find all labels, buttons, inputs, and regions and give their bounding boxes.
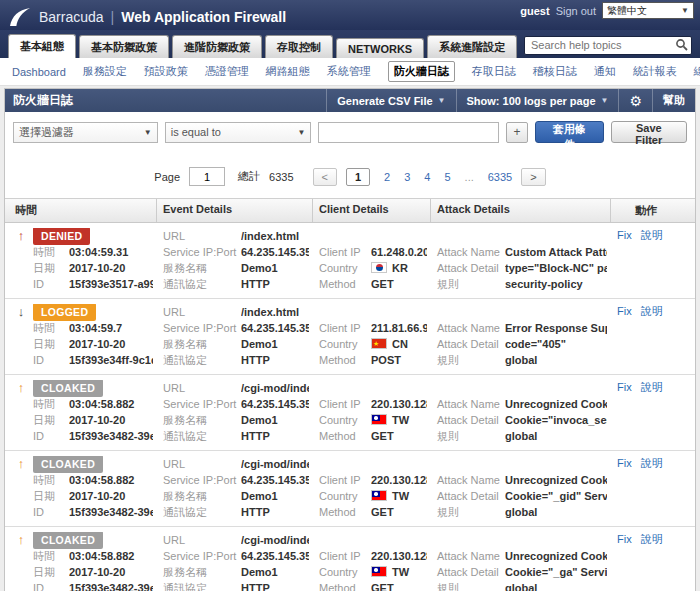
date-label: 日期 xyxy=(33,336,69,352)
id-label: ID xyxy=(33,276,69,292)
help-button[interactable]: 幫助 xyxy=(652,89,695,112)
rule-value: security-policy xyxy=(505,276,607,292)
filter-operator-value: is equal to xyxy=(171,126,221,138)
subnav-item[interactable]: 預設政策 xyxy=(144,64,188,79)
rule-label: 規則 xyxy=(437,504,505,520)
username: guest xyxy=(520,5,549,17)
nav-tab[interactable]: 基本組態 xyxy=(8,34,76,58)
url-label: URL xyxy=(163,304,241,320)
client-ip-label: Client IP xyxy=(319,244,371,260)
apply-filter-button[interactable]: 套用條件 xyxy=(535,121,604,143)
tab-list: 基本組態基本防禦政策進階防禦政策存取控制NETWORKS系統進階設定 xyxy=(8,34,520,58)
attack-name-value: Unrecognized Cookie xyxy=(505,396,607,412)
col-header-client: Client Details xyxy=(313,199,431,222)
subnav-item[interactable]: 通知 xyxy=(594,64,616,79)
subnav-item[interactable]: 存取日誌 xyxy=(472,64,516,79)
fix-link[interactable]: Fix xyxy=(617,533,632,545)
method-label: Method xyxy=(319,504,371,520)
language-select[interactable]: 繁體中文 ▼ xyxy=(602,2,694,19)
help-search-input[interactable] xyxy=(524,36,692,55)
client-ip-value: 220.130.128.110 xyxy=(371,396,427,412)
explain-link[interactable]: 說明 xyxy=(641,457,663,469)
explain-link[interactable]: 說明 xyxy=(641,305,663,317)
page-link[interactable]: 2 xyxy=(384,171,390,183)
service-name-label: 服務名稱 xyxy=(163,260,241,276)
subnav-item[interactable]: 網路組態 xyxy=(266,64,310,79)
protocol-value: HTTP xyxy=(241,352,309,368)
generate-csv-button[interactable]: Generate CSV File ▼ xyxy=(326,89,455,112)
filter-operator-select[interactable]: is equal to ▼ xyxy=(165,122,312,143)
sign-out-link[interactable]: Sign out xyxy=(556,5,596,17)
client-ip-label: Client IP xyxy=(319,472,371,488)
page-current[interactable]: 1 xyxy=(346,168,370,186)
fix-link[interactable]: Fix xyxy=(617,381,632,393)
subnav-item[interactable]: 服務設定 xyxy=(83,64,127,79)
action-badge: CLOAKED xyxy=(33,532,103,549)
generate-csv-label: Generate CSV File xyxy=(337,95,432,107)
nav-tab[interactable]: 進階防禦政策 xyxy=(172,35,262,58)
log-row: ↑ DENIED 時間03:04:59.31 日期2017-10-20 ID15… xyxy=(5,223,695,299)
page-link[interactable]: 3 xyxy=(404,171,410,183)
subnav-item[interactable]: 線上幫助查尋 xyxy=(694,64,700,79)
service-value: 64.235.145.35:80 xyxy=(241,244,309,260)
severity-arrow-icon: ↓ xyxy=(15,304,27,320)
subnav-item[interactable]: 統計報表 xyxy=(633,64,677,79)
protocol-label: 通訊協定 xyxy=(163,276,241,292)
next-page-button[interactable]: > xyxy=(521,168,545,186)
subnav-item[interactable]: 憑證管理 xyxy=(205,64,249,79)
filter-field-select[interactable]: 選擇過濾器 ▼ xyxy=(13,122,158,143)
explain-link[interactable]: 說明 xyxy=(641,381,663,393)
time-label: 時間 xyxy=(33,244,69,260)
subnav-item[interactable]: 系統管理 xyxy=(327,64,371,79)
page-link[interactable]: 6335 xyxy=(488,171,512,183)
url-value: /cgi-mod/index.cgi xyxy=(241,380,309,396)
nav-tab[interactable]: 系統進階設定 xyxy=(427,35,517,58)
nav-tab[interactable]: 存取控制 xyxy=(265,35,333,58)
time-label: 時間 xyxy=(33,472,69,488)
add-filter-button[interactable]: + xyxy=(506,122,528,143)
protocol-value: HTTP xyxy=(241,580,309,591)
prev-page-button[interactable]: < xyxy=(313,168,337,186)
nav-tab[interactable]: NETWORKS xyxy=(336,38,424,58)
fix-link[interactable]: Fix xyxy=(617,457,632,469)
total-count: 6335 xyxy=(269,171,293,183)
service-name-label: 服務名稱 xyxy=(163,564,241,580)
fix-link[interactable]: Fix xyxy=(617,229,632,241)
logs-per-page-select[interactable]: Show: 100 logs per page ▼ xyxy=(456,89,619,112)
filter-value-input[interactable] xyxy=(318,122,499,143)
service-label: Service IP:Port xyxy=(163,244,241,260)
page-link[interactable]: 4 xyxy=(424,171,430,183)
url-value: /cgi-mod/index.cgi xyxy=(241,456,309,472)
nav-tab[interactable]: 基本防禦政策 xyxy=(79,35,169,58)
time-label: 時間 xyxy=(33,396,69,412)
client-ip-label: Client IP xyxy=(319,320,371,336)
protocol-value: HTTP xyxy=(241,276,309,292)
service-value: 64.235.145.35:80 xyxy=(241,396,309,412)
id-value: 15f393e3482-39e51639 xyxy=(69,580,153,591)
search-icon[interactable] xyxy=(675,38,688,51)
fix-link[interactable]: Fix xyxy=(617,305,632,317)
explain-link[interactable]: 說明 xyxy=(641,229,663,241)
subnav-item[interactable]: 防火牆日誌 xyxy=(388,61,455,82)
severity-arrow-icon: ↑ xyxy=(15,380,27,396)
explain-link[interactable]: 說明 xyxy=(641,533,663,545)
service-name-label: 服務名稱 xyxy=(163,412,241,428)
time-label: 時間 xyxy=(33,548,69,564)
log-table-header: 時間 Event Details Client Details Attack D… xyxy=(5,198,695,223)
save-filter-button[interactable]: Save Filter xyxy=(611,121,687,143)
subnav-item[interactable]: 稽核日誌 xyxy=(533,64,577,79)
gear-icon: ⚙ xyxy=(629,93,642,109)
page-title-bar: 防火牆日誌 Generate CSV File ▼ Show: 100 logs… xyxy=(5,89,695,112)
date-label: 日期 xyxy=(33,412,69,428)
attack-detail-value: Cookie="_ga" Service-created xyxy=(505,564,607,580)
pagination: Page 總計 6335 < 12345...6335 > xyxy=(5,153,695,198)
subnav-item[interactable]: Dashboard xyxy=(12,66,66,78)
date-label: 日期 xyxy=(33,260,69,276)
time-value: 03:04:59.7 xyxy=(69,320,153,336)
settings-button[interactable]: ⚙ xyxy=(618,89,652,112)
sub-nav: Dashboard服務設定預設政策憑證管理網路組態系統管理防火牆日誌存取日誌稽核… xyxy=(0,58,700,86)
page-title: 防火牆日誌 xyxy=(5,89,326,112)
caret-down-icon: ▼ xyxy=(438,96,446,105)
page-number-input[interactable] xyxy=(189,167,225,186)
page-link[interactable]: 5 xyxy=(444,171,450,183)
